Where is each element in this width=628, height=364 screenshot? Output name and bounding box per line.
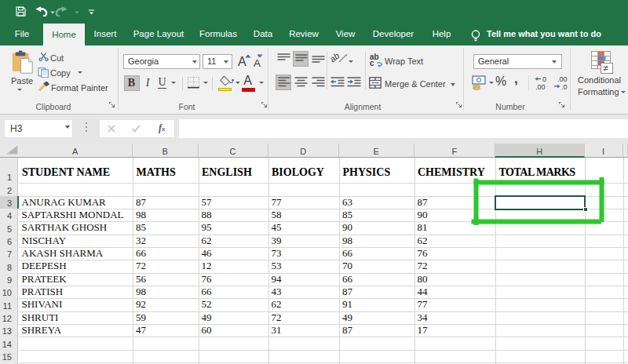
svg-text:.0: .0 (561, 83, 568, 91)
svg-text:.00: .00 (557, 75, 568, 83)
svg-text:0: 0 (542, 75, 546, 83)
svg-text:≠: ≠ (604, 63, 609, 74)
svg-text:.00: .00 (535, 83, 546, 91)
